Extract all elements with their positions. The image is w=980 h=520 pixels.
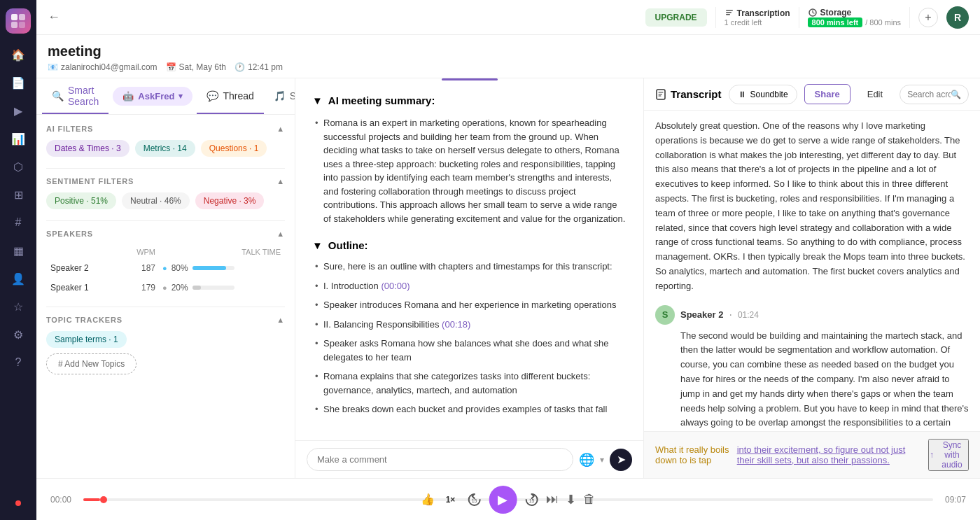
summary-collapse-icon[interactable]: ▼ xyxy=(312,94,323,106)
meeting-meta: 📧 zalanirochi04@gmail.com 📅 Sat, May 6th… xyxy=(48,62,969,72)
metrics-chip[interactable]: Metrics · 14 xyxy=(135,140,195,157)
sync-audio-bar: What it really boils down to is tap into… xyxy=(644,431,980,478)
topic-trackers-header: TOPIC TRACKERS ▲ xyxy=(46,316,285,324)
globe-button[interactable]: 🌐 xyxy=(579,452,594,468)
svg-rect-6 xyxy=(726,14,730,15)
send-button[interactable]: ➤ xyxy=(610,449,632,471)
search-transcript-input[interactable] xyxy=(907,90,951,99)
speed-button[interactable]: 1× xyxy=(442,492,460,507)
tab-thread[interactable]: 💬 Thread xyxy=(197,78,263,114)
sidebar-person-icon[interactable]: 👤 xyxy=(6,266,31,291)
storage-info: Storage 800 mins left / 800 mins xyxy=(808,8,901,27)
transcript-speakers: S Speaker 2 · 01:24 The second would be … xyxy=(655,305,969,431)
tab-smart-search[interactable]: 🔍 Smart Search xyxy=(42,78,108,114)
svg-rect-9 xyxy=(659,92,664,92)
dropdown-arrow[interactable]: ▾ xyxy=(600,455,604,465)
neutral-chip[interactable]: Neutral · 46% xyxy=(122,192,190,209)
sidebar-play-icon[interactable]: ▶ xyxy=(6,98,31,123)
speakers-chevron-icon[interactable]: ▲ xyxy=(276,230,285,238)
add-new-topics-button[interactable]: # Add New Topics xyxy=(46,353,136,374)
sync-icon: ↑ xyxy=(930,450,934,460)
left-panel: 🔍 Smart Search 🤖 AskFred ▾ 💬 Thread 🎵 So… xyxy=(36,78,295,478)
askfred-icon: 🤖 xyxy=(122,91,134,101)
edit-button[interactable]: Edit xyxy=(858,85,892,104)
svg-rect-4 xyxy=(726,10,733,11)
negative-chip[interactable]: Negative · 3% xyxy=(195,192,265,209)
tab-soundbites[interactable]: 🎵 Soundbites xyxy=(264,78,295,114)
speaker-timestamp: 01:24 xyxy=(738,310,759,320)
speaker-row: Speaker 1 179 ● 20% xyxy=(48,279,284,297)
progress-dot xyxy=(100,496,107,503)
left-panel-content: AI FILTERS ▲ Dates & Times · 3 Metrics ·… xyxy=(36,115,295,478)
sidebar-home-icon[interactable]: 🏠 xyxy=(6,42,31,67)
sample-terms-chip-wrap: Sample terms · 1 xyxy=(46,331,285,348)
speaker-name-header xyxy=(48,246,118,258)
sentiment-chevron-icon[interactable]: ▲ xyxy=(276,177,285,185)
rewind-button[interactable]: 15 xyxy=(466,492,482,507)
speaker-talk-time: ● 80% xyxy=(160,259,284,277)
back-button[interactable]: ← xyxy=(48,10,60,24)
player-bar: 00:00 09:07 👍 1× 15 ▶ 15 ⏭ ⬇ 🗑 xyxy=(36,478,980,520)
play-button[interactable]: ▶ xyxy=(489,486,517,514)
transcript-intro-text: Absolutely great question. One of the re… xyxy=(655,119,969,294)
questions-chip[interactable]: Questions · 1 xyxy=(201,140,267,157)
sidebar-help-icon[interactable]: ? xyxy=(6,350,31,375)
divider-sentiment xyxy=(46,220,285,221)
user-email: 📧 zalanirochi04@gmail.com xyxy=(48,62,158,72)
forward-skip-button[interactable]: ⏭ xyxy=(546,492,559,507)
sample-terms-chip[interactable]: Sample terms · 1 xyxy=(46,331,127,348)
speaker-block: S Speaker 2 · 01:24 The second would be … xyxy=(655,305,969,431)
upgrade-button[interactable]: UPGRADE xyxy=(645,8,707,27)
search-icon: 🔍 xyxy=(951,90,961,99)
share-button[interactable]: Share xyxy=(804,84,850,104)
topic-trackers-chevron-icon[interactable]: ▲ xyxy=(276,316,285,324)
soundbite-button[interactable]: ⏸ Soundbite xyxy=(729,85,797,104)
thread-icon: 💬 xyxy=(206,90,218,101)
ai-filter-chips: Dates & Times · 3 Metrics · 14 Questions… xyxy=(46,140,285,157)
talk-time-header: TALK TIME xyxy=(160,246,284,258)
middle-content: ▼ AI meeting summary: Romana is an exper… xyxy=(295,80,643,440)
download-button[interactable]: ⬇ xyxy=(566,492,576,507)
summary-item-1: Romana is an expert in marketing operati… xyxy=(312,116,626,225)
thumbs-up-button[interactable]: 👍 xyxy=(421,493,435,506)
middle-panel: ▼ AI meeting summary: Romana is an exper… xyxy=(295,78,644,478)
speakers-header: SPEAKERS ▲ xyxy=(46,230,285,238)
tabs-row: 🔍 Smart Search 🤖 AskFred ▾ 💬 Thread 🎵 So… xyxy=(36,78,295,115)
transcript-content: Absolutely great question. One of the re… xyxy=(644,111,980,431)
ai-filters-chevron-icon[interactable]: ▲ xyxy=(276,125,285,133)
timestamp-link-2[interactable]: (00:18) xyxy=(442,319,470,330)
timestamp-link-1[interactable]: (00:00) xyxy=(381,281,410,291)
positive-chip[interactable]: Positive · 51% xyxy=(46,192,116,209)
sidebar-layer-icon[interactable]: ⬡ xyxy=(6,154,31,179)
ai-filters-header: AI FILTERS ▲ xyxy=(46,125,285,133)
sync-audio-button[interactable]: ↑ Sync with audio xyxy=(928,439,969,471)
outline-item-1: I. Introduction (00:00) xyxy=(312,279,626,293)
user-avatar[interactable]: R xyxy=(946,6,969,29)
tab-askfred[interactable]: 🤖 AskFred ▾ xyxy=(113,87,192,106)
app-logo[interactable] xyxy=(6,8,31,34)
outline-header: ▼ Outline: xyxy=(312,239,626,251)
wpm-header: WPM xyxy=(119,246,158,258)
sidebar-grid-icon[interactable]: ⊞ xyxy=(6,182,31,207)
speaker-wpm: 179 xyxy=(119,279,158,297)
divider-2 xyxy=(799,7,799,28)
outline-item-2: Speaker introduces Romana and her experi… xyxy=(312,298,626,312)
time-end: 09:07 xyxy=(941,495,966,505)
outline-collapse-icon[interactable]: ▼ xyxy=(312,239,323,251)
svg-text:15: 15 xyxy=(471,498,477,503)
sidebar-settings-icon[interactable]: ⚙ xyxy=(6,322,31,347)
dates-times-chip[interactable]: Dates & Times · 3 xyxy=(46,140,130,157)
main-wrapper: ← UPGRADE Transcription 1 credit left St… xyxy=(36,0,980,520)
time-start: 00:00 xyxy=(50,495,75,505)
sidebar-chart-icon[interactable]: 📊 xyxy=(6,126,31,151)
plus-button[interactable]: + xyxy=(918,8,938,27)
sidebar-doc-icon[interactable]: 📄 xyxy=(6,70,31,95)
sidebar-bar-icon[interactable]: ▦ xyxy=(6,238,31,263)
delete-button[interactable]: 🗑 xyxy=(583,492,596,507)
sidebar-star-icon[interactable]: ☆ xyxy=(6,294,31,319)
sidebar-hash-icon[interactable]: # xyxy=(6,210,31,235)
comment-input[interactable] xyxy=(307,448,573,471)
forward-button[interactable]: 15 xyxy=(524,492,539,507)
outline-item-4: Speaker asks Romana how she balances wha… xyxy=(312,337,626,364)
svg-rect-5 xyxy=(726,12,732,13)
